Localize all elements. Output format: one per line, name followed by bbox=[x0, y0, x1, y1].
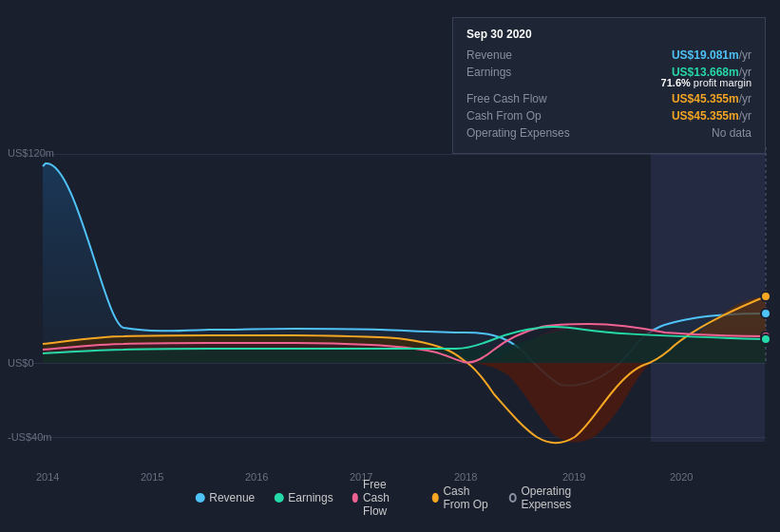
x-label-2015: 2015 bbox=[141, 471, 163, 483]
legend-item-revenue[interactable]: Revenue bbox=[195, 491, 255, 504]
tooltip-earnings-label: Earnings bbox=[466, 66, 580, 79]
x-label-2020: 2020 bbox=[670, 471, 693, 483]
tooltip-card: Sep 30 2020 Revenue US$19.081m/yr Earnin… bbox=[452, 17, 766, 154]
tooltip-fcf-label: Free Cash Flow bbox=[466, 92, 580, 105]
tooltip-cashfromop-label: Cash From Op bbox=[466, 109, 580, 123]
legend-label-cashfromop: Cash From Op bbox=[443, 484, 489, 511]
tooltip-margin: 71.6% profit margin bbox=[661, 77, 751, 88]
legend-label-earnings: Earnings bbox=[288, 491, 333, 504]
tooltip-date: Sep 30 2020 bbox=[466, 28, 751, 41]
earnings-dot bbox=[761, 334, 770, 344]
legend-label-fcf: Free Cash Flow bbox=[363, 478, 413, 518]
legend-item-opexpenses[interactable]: Operating Expenses bbox=[509, 484, 585, 511]
tooltip-row-cashfromop: Cash From Op US$45.355m/yr bbox=[466, 109, 751, 123]
tooltip-row-opexpenses: Operating Expenses No data bbox=[466, 126, 751, 140]
legend-dot-fcf bbox=[352, 493, 358, 503]
legend-dot-opexpenses bbox=[509, 493, 517, 503]
legend-dot-cashfromop bbox=[432, 493, 438, 503]
legend-label-opexpenses: Operating Expenses bbox=[521, 484, 584, 511]
legend-dot-earnings bbox=[274, 493, 283, 503]
revenue-dot bbox=[761, 309, 770, 318]
legend-item-fcf[interactable]: Free Cash Flow bbox=[352, 478, 413, 518]
legend-item-cashfromop[interactable]: Cash From Op bbox=[432, 484, 490, 511]
tooltip-row-fcf: Free Cash Flow US$45.355m/yr bbox=[466, 92, 751, 105]
tooltip-revenue-value: US$19.081m/yr bbox=[672, 48, 751, 62]
legend-label-revenue: Revenue bbox=[209, 491, 255, 504]
tooltip-revenue-label: Revenue bbox=[466, 48, 580, 62]
cashfromop-line bbox=[43, 296, 766, 443]
tooltip-opexpenses-value: No data bbox=[712, 126, 751, 140]
chart-container: US$120m US$0 -US$40m bbox=[0, 0, 780, 532]
legend-dot-revenue bbox=[195, 493, 204, 503]
tooltip-row-earnings: Earnings US$13.668m/yr 71.6% profit marg… bbox=[466, 66, 751, 88]
cashfromop-dot bbox=[761, 292, 770, 301]
tooltip-fcf-value: US$45.355m/yr bbox=[672, 92, 751, 105]
legend: Revenue Earnings Free Cash Flow Cash Fro… bbox=[195, 478, 585, 518]
cashfromop-area-neg bbox=[466, 363, 651, 442]
legend-item-earnings[interactable]: Earnings bbox=[274, 491, 333, 504]
tooltip-cashfromop-value: US$45.355m/yr bbox=[672, 109, 751, 123]
x-label-2014: 2014 bbox=[36, 471, 59, 483]
tooltip-row-revenue: Revenue US$19.081m/yr bbox=[466, 48, 751, 62]
tooltip-opexpenses-label: Operating Expenses bbox=[466, 126, 580, 140]
